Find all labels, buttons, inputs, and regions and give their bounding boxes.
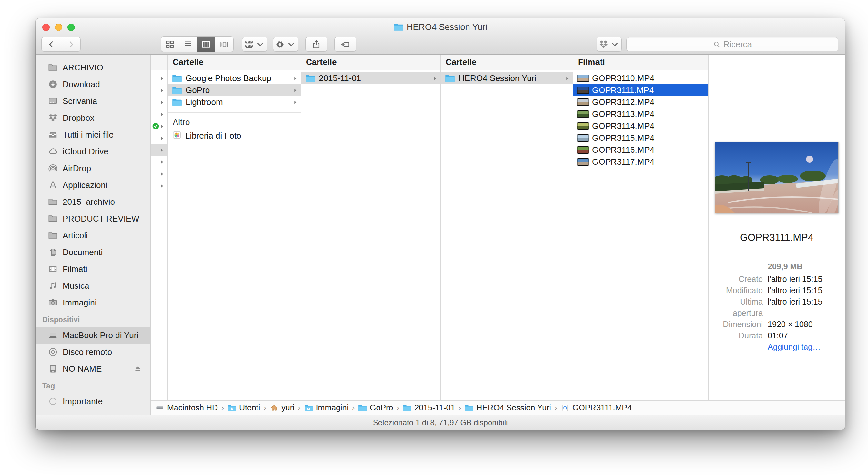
file-row-gopr3114-mp4[interactable]: GOPR3114.MP4 — [574, 120, 708, 132]
sidebar-item-scrivania[interactable]: Scrivania — [36, 93, 150, 110]
path-item-2015-11-01[interactable]: 2015-11-01 — [403, 403, 455, 412]
sidebar-item-immagini[interactable]: Immagini — [36, 294, 150, 311]
mini-column-row[interactable] — [151, 180, 167, 192]
view-list-view-button[interactable] — [179, 37, 197, 52]
path-item-immagini[interactable]: Immagini — [304, 403, 348, 412]
library-row-libreria-di-foto[interactable]: Libreria di Foto — [168, 129, 301, 142]
view-icon-view-button[interactable] — [161, 37, 179, 52]
tag-icon — [340, 39, 350, 50]
sidebar-item-musica[interactable]: Musica — [36, 277, 150, 294]
file-row-gopr3110-mp4[interactable]: GOPR3110.MP4 — [574, 72, 708, 84]
sidebar-item-disco-remoto[interactable]: Disco remoto — [36, 344, 150, 360]
info-value: l’altro ieri 15:15 — [763, 273, 823, 285]
sidebar-item-filmati[interactable]: Filmati — [36, 261, 150, 277]
pictures-icon — [48, 298, 58, 307]
forward-icon — [66, 39, 76, 50]
sidebar-item-no-name[interactable]: NO NAME — [36, 360, 150, 377]
tag-button[interactable] — [334, 37, 356, 52]
folder-row-hero4-session-yuri[interactable]: HERO4 Session Yuri — [441, 72, 573, 84]
share-button[interactable] — [305, 37, 327, 52]
sidebar-item-download[interactable]: Download — [36, 76, 150, 93]
list-view-icon — [183, 39, 193, 50]
grid-view-icon — [165, 39, 175, 50]
info-label: Durata — [709, 330, 763, 341]
action-button[interactable] — [273, 37, 298, 52]
add-tag-link[interactable]: Aggiungi tag… — [709, 341, 845, 353]
file-row-gopr3116-mp4[interactable]: GOPR3116.MP4 — [574, 144, 708, 156]
close-button[interactable] — [42, 24, 50, 31]
chevron-right-icon — [159, 88, 164, 93]
folder-row-lightroom[interactable]: Lightroom — [168, 96, 301, 108]
sidebar-item-archivio[interactable]: ARCHIVIO — [36, 59, 150, 76]
column-header: Cartelle — [441, 55, 573, 70]
row-label: Google Photos Backup — [186, 73, 289, 83]
forward-button[interactable] — [61, 37, 81, 52]
titlebar[interactable]: HERO4 Session Yuri — [36, 19, 845, 36]
eject-icon[interactable] — [133, 365, 142, 373]
folder-icon — [48, 63, 58, 72]
path-item-yuri[interactable]: yuri — [270, 403, 294, 412]
sidebar-item-label: Documenti — [63, 247, 103, 257]
minimize-button[interactable] — [55, 24, 62, 31]
folder-row-2015-11-01[interactable]: 2015-11-01 — [301, 72, 440, 84]
folder-row-google-photos-backup[interactable]: Google Photos Backup — [168, 72, 301, 84]
back-button[interactable] — [41, 37, 61, 52]
view-coverflow-view-button[interactable] — [215, 37, 233, 52]
documents-icon — [48, 247, 58, 257]
sidebar-item-articoli[interactable]: Articoli — [36, 227, 150, 244]
path-item-hero4-session-yuri[interactable]: HERO4 Session Yuri — [465, 403, 551, 412]
mini-column-row[interactable] — [151, 144, 167, 156]
sidebar-item-applicazioni[interactable]: Applicazioni — [36, 177, 150, 194]
sidebar-item-label: PRODUCT REVIEW — [63, 214, 140, 224]
search-input[interactable]: Ricerca — [626, 37, 838, 51]
mini-column-row[interactable] — [151, 96, 167, 108]
mini-column-row[interactable] — [151, 72, 167, 84]
path-item-gopr3111-mp4[interactable]: GOPR3111.MP4 — [561, 403, 632, 412]
mini-column-row[interactable] — [151, 132, 167, 144]
row-label: GOPR3116.MP4 — [592, 145, 708, 155]
mini-column-row[interactable] — [151, 120, 167, 132]
sidebar-item-label: Disco remoto — [63, 347, 112, 357]
sidebar-item-macbook-pro-di-yuri[interactable]: MacBook Pro di Yuri — [36, 327, 150, 344]
sidebar-item-2015-archivio[interactable]: 2015_archivio — [36, 194, 150, 210]
folder-row-gopro[interactable]: GoPro — [168, 84, 301, 96]
cloud-icon — [48, 147, 58, 156]
chevron-down-icon — [610, 39, 620, 50]
file-row-gopr3115-mp4[interactable]: GOPR3115.MP4 — [574, 132, 708, 144]
sidebar-item-icloud-drive[interactable]: iCloud Drive — [36, 143, 150, 160]
sidebar-section-header: Dispositivi — [36, 311, 150, 327]
video-thumbnail — [577, 98, 589, 106]
sidebar-item-label: 2015_archivio — [63, 197, 115, 207]
zoom-button[interactable] — [67, 24, 75, 31]
sidebar-item-dropbox[interactable]: Dropbox — [36, 110, 150, 126]
path-item-label: GOPR3111.MP4 — [572, 403, 632, 412]
file-row-gopr3113-mp4[interactable]: GOPR3113.MP4 — [574, 108, 708, 120]
sidebar-item-documenti[interactable]: Documenti — [36, 244, 150, 261]
preview-pane: GOPR3111.MP4 209,9 MB Creatol’altro ieri… — [709, 55, 845, 400]
sidebar-item-label: iCloud Drive — [63, 147, 108, 157]
chevron-right-icon — [159, 124, 164, 129]
sidebar-item-importante[interactable]: Importante — [36, 393, 150, 410]
chevron-right-icon — [159, 148, 164, 153]
path-item-utenti[interactable]: Utenti — [227, 403, 260, 412]
arrange-button[interactable] — [242, 37, 267, 52]
file-row-gopr3112-mp4[interactable]: GOPR3112.MP4 — [574, 96, 708, 108]
sidebar-item-airdrop[interactable]: AirDrop — [36, 160, 150, 177]
mini-column-row[interactable] — [151, 156, 167, 168]
sidebar-item-tutti-i-miei-file[interactable]: Tutti i miei file — [36, 126, 150, 143]
dropbox-button[interactable] — [597, 37, 622, 52]
preview-thumbnail — [715, 142, 839, 213]
path-item-macintosh-hd[interactable]: Macintosh HD — [156, 403, 218, 412]
mini-column-row[interactable] — [151, 84, 167, 96]
file-row-gopr3117-mp4[interactable]: GOPR3117.MP4 — [574, 156, 708, 168]
mini-column-row[interactable] — [151, 168, 167, 180]
sidebar-item-product-review[interactable]: PRODUCT REVIEW — [36, 210, 150, 227]
path-item-gopro[interactable]: GoPro — [358, 403, 393, 412]
row-label: GOPR3117.MP4 — [592, 157, 708, 167]
view-column-view-button[interactable] — [197, 37, 215, 52]
blue-folder-icon — [172, 74, 182, 83]
mini-column-row[interactable] — [151, 108, 167, 120]
column-header: Cartelle — [301, 55, 440, 70]
file-row-gopr3111-mp4[interactable]: GOPR3111.MP4 — [574, 84, 708, 96]
finder-column: CartelleGoogle Photos BackupGoProLightro… — [168, 55, 301, 400]
